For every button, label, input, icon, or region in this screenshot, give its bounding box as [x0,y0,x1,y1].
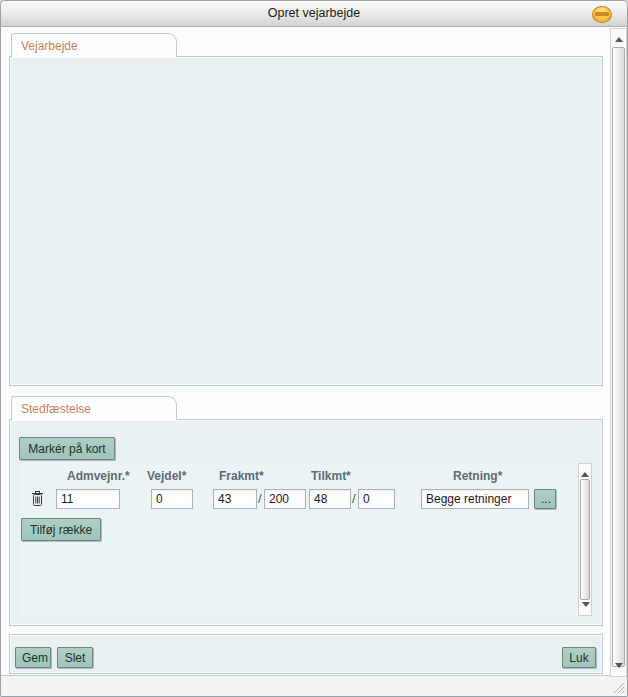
frakmt-til-field[interactable] [264,489,306,509]
scroll-up-icon[interactable] [615,33,623,42]
stedfaestelse-table [19,463,578,616]
main-scrollbar-thumb[interactable] [612,47,625,667]
minimize-button[interactable] [592,6,612,23]
footer-panel [9,634,603,674]
column-header-frakmt: Frakmt* [219,469,264,483]
opret-vejarbejde-window: Opret vejarbejde Vejarbejde Vejarbejder … [0,0,628,697]
marker-pa-kort-button[interactable]: Markér på kort [19,437,115,460]
column-header-vejdel: Vejdel* [147,469,186,483]
scroll-up-icon[interactable] [581,468,589,477]
tilkmt-fra-field[interactable] [309,489,351,509]
luk-button[interactable]: Luk [562,647,596,668]
tab-vejarbejde-label: Vejarbejde [21,39,78,53]
main-scrollbar[interactable] [610,28,627,677]
window-resize-grip-icon[interactable] [612,681,625,694]
frakmt-separator: / [258,491,262,506]
column-header-retning: Retning* [453,469,502,483]
vejarbejde-panel [9,56,603,386]
retning-field[interactable] [421,489,529,509]
tab-stedfaestelse[interactable]: Stedfæstelse [11,396,177,420]
retning-browse-button[interactable]: ... [534,489,556,509]
table-scrollbar[interactable] [578,463,592,616]
window-title: Opret vejarbejde [1,6,627,20]
scroll-down-icon[interactable] [582,602,590,611]
titlebar: Opret vejarbejde [1,1,627,27]
vejdel-field[interactable] [151,489,193,509]
admvejnr-field[interactable] [56,489,120,509]
tab-stedfaestelse-label: Stedfæstelse [21,402,91,416]
gem-button[interactable]: Gem [15,647,51,668]
column-header-admvejnr: Admvejnr.* [67,469,130,483]
tilkmt-til-field[interactable] [358,489,395,509]
scroll-down-icon[interactable] [615,663,623,672]
table-scrollbar-thumb[interactable] [580,479,590,600]
slet-button[interactable]: Slet [57,647,93,668]
tilfoj-raekke-button[interactable]: Tilføj række [21,518,101,541]
statusbar [1,675,627,696]
frakmt-fra-field[interactable] [213,489,257,509]
column-header-tilkmt: Tilkmt* [311,469,351,483]
delete-row-button[interactable] [31,490,44,510]
tab-vejarbejde[interactable]: Vejarbejde [11,33,177,57]
tilkmt-separator: / [352,491,356,506]
trash-icon [31,490,44,507]
